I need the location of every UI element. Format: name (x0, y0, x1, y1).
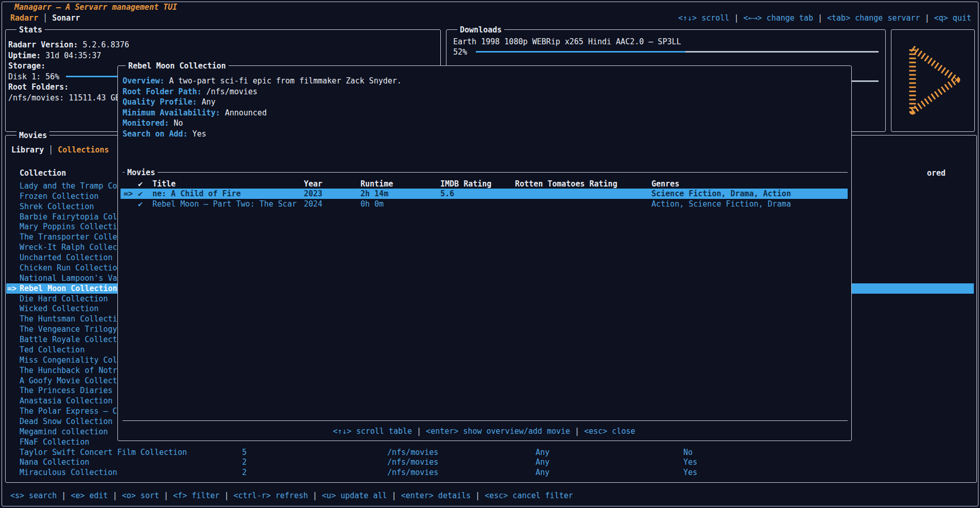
modal-field: Search on Add:Yes (123, 129, 207, 139)
collection-name: Taylor Swift Concert Film Collection (20, 447, 187, 458)
collection-name: The Vengeance Trilogy (20, 324, 117, 334)
collection-name: Anastasia Collection (20, 396, 113, 406)
servarr-tabs: Radarr │ Sonarr (10, 13, 80, 23)
collection-monitored: Yes (683, 467, 697, 478)
modal-field-label: Search on Add: (123, 129, 187, 139)
collection-name: Dead Snow Collection (20, 416, 113, 427)
managarr-play-logo-icon (899, 36, 966, 124)
download-percent-label: 52% (453, 47, 467, 57)
radarr-version: Radarr Version:5.2.6.8376 (8, 40, 129, 50)
modal-movie-rows: =>✔ne: A Child of Fire20232h 14m5.6Scien… (121, 189, 848, 210)
collection-name: The Huntsman Collecti (20, 314, 117, 324)
collection-movie-count: 5 (242, 447, 247, 458)
collection-name: Megamind collection (20, 427, 108, 437)
collection-name: The Transporter Colle (20, 232, 117, 242)
movie-monitored-check: ✔ (138, 199, 143, 209)
modal-col-year: Year (304, 179, 322, 189)
modal-field-label: Root Folder Path: (123, 87, 202, 96)
movie-year: 2023 (304, 189, 322, 199)
tab-library[interactable]: Library (11, 145, 44, 155)
collection-name: Shrek Collection (20, 201, 94, 212)
modal-keybar: <↑↓> scroll table | <enter> show overvie… (117, 426, 851, 436)
movies-panel-title: Movies (16, 130, 49, 141)
movies-tabs: Library │ Collections (11, 145, 109, 155)
root-folders-label: Root Folders: (8, 82, 68, 92)
modal-field-value: Any (202, 97, 216, 107)
collection-movie-count: 2 (242, 457, 247, 467)
uptime: Uptime:31d 04:35:37 (8, 50, 101, 61)
keybinding-hint: <esc> close (584, 427, 635, 436)
collection-monitored: Yes (683, 457, 697, 467)
collection-root-folder: /nfs/movies (387, 457, 438, 467)
collection-row[interactable]: Nana Collection2/nfs/moviesAnyYes (6, 457, 974, 467)
modal-field-value: A two-part sci-fi epic from filmmaker Za… (169, 76, 402, 86)
collection-name: National Lampoon's Va (20, 273, 117, 283)
keybinding-hint: <enter> show overview/add movie (426, 427, 570, 436)
keybinding-hint: <enter> details (401, 491, 471, 500)
keybinding-hint: <f> filter (173, 491, 219, 500)
keybinding-hint: <e> edit (71, 491, 108, 500)
collection-name: Battle Royale Collect (20, 334, 117, 345)
collection-name: FNaF Collection (20, 437, 89, 447)
tab-separator: │ (38, 13, 52, 23)
root-folder-value: /nfs/movies: 11511.43 GB (8, 93, 120, 103)
collection-quality-profile: Any (536, 457, 549, 467)
collections-header-monitored-fragment: ored (927, 168, 945, 178)
keybinding-hint: <ctrl-r> refresh (234, 491, 308, 500)
modal-col-rt: Rotten Tomatoes Rating (515, 179, 617, 189)
tab-sonarr[interactable]: Sonarr (52, 13, 80, 23)
movie-runtime: 0h 0m (360, 199, 384, 209)
modal-field-value: No (174, 118, 183, 128)
selected-row-prefix: => (124, 189, 133, 199)
collection-name: Miraculous Collection (20, 467, 117, 478)
collection-name: The Hunchback of Notr (20, 365, 117, 376)
tab-radarr[interactable]: Radarr (10, 13, 38, 23)
movie-monitored-check: ✔ (138, 189, 143, 199)
modal-col-imdb: IMDB Rating (440, 179, 491, 189)
modal-movies-top-border (123, 172, 848, 173)
modal-field: Quality Profile:Any (123, 97, 216, 107)
collection-quality-profile: Any (536, 467, 549, 478)
app-title: Managarr – A Servarr management TUI (11, 2, 180, 12)
modal-field: Minimum Availability:Announced (123, 108, 267, 118)
modal-field-label: Monitored: (123, 118, 169, 128)
tab-collections[interactable]: Collections (58, 145, 109, 155)
bottom-keybar: <s> search | <e> edit | <o> sort | <f> f… (10, 490, 573, 501)
downloads-panel-title: Downloads (457, 25, 504, 35)
download-item-name: Earth 1998 1080p WEBRip x265 Hindi AAC2.… (453, 37, 681, 47)
keybinding-hint: <o> sort (122, 491, 159, 500)
modal-field-value: Announced (225, 108, 267, 117)
modal-field-label: Overview: (123, 76, 164, 86)
modal-field: Overview:A two-part sci-fi epic from fil… (123, 76, 402, 86)
collection-name: Chicken Run Collectio (20, 263, 117, 273)
movie-genres: Science Fiction, Drama, Action (651, 189, 791, 199)
collection-quality-profile: Any (536, 447, 549, 458)
keybinding-hint: <u> update all (322, 491, 387, 500)
movie-imdb-rating: 5.6 (440, 189, 454, 199)
collection-root-folder: /nfs/movies (387, 447, 438, 458)
collection-name: Barbie Fairytopia Col (20, 212, 117, 222)
movie-runtime: 2h 14m (360, 189, 388, 199)
collection-details-modal (117, 65, 852, 441)
collection-name: The Polar Express – C (20, 406, 117, 416)
modal-movie-row[interactable]: ✔Rebel Moon – Part Two: The Scar20240h 0… (121, 199, 848, 209)
collection-name: Lady and the Tramp Co (20, 181, 117, 191)
collection-monitored: No (683, 447, 693, 458)
collection-row[interactable]: Miraculous Collection2/nfs/moviesAnyYes (6, 467, 974, 478)
collection-name: Miss Congeniality Col (20, 355, 117, 365)
modal-field-value: /nfs/movies (207, 87, 257, 96)
modal-field-label: Minimum Availability: (123, 108, 220, 117)
collection-name: Uncharted Collection (20, 252, 113, 263)
modal-movie-row[interactable]: =>✔ne: A Child of Fire20232h 14m5.6Scien… (121, 189, 848, 199)
modal-field-value: Yes (192, 129, 206, 139)
collection-row[interactable]: Taylor Swift Concert Film Collection5/nf… (6, 447, 974, 458)
collection-name: Rebel Moon Collection (20, 283, 117, 294)
selected-row-prefix: => (7, 283, 16, 294)
collection-name: Frozen Collection (20, 191, 99, 201)
modal-col-check: ✔ (138, 179, 143, 189)
collection-name: Mary Poppins Collecti (20, 222, 117, 232)
modal-col-genres: Genres (651, 179, 679, 189)
collection-name: Wreck-It Ralph Collec (20, 242, 117, 252)
modal-field-label: Quality Profile: (123, 97, 197, 107)
collection-name: Wicked Collection (20, 303, 99, 314)
